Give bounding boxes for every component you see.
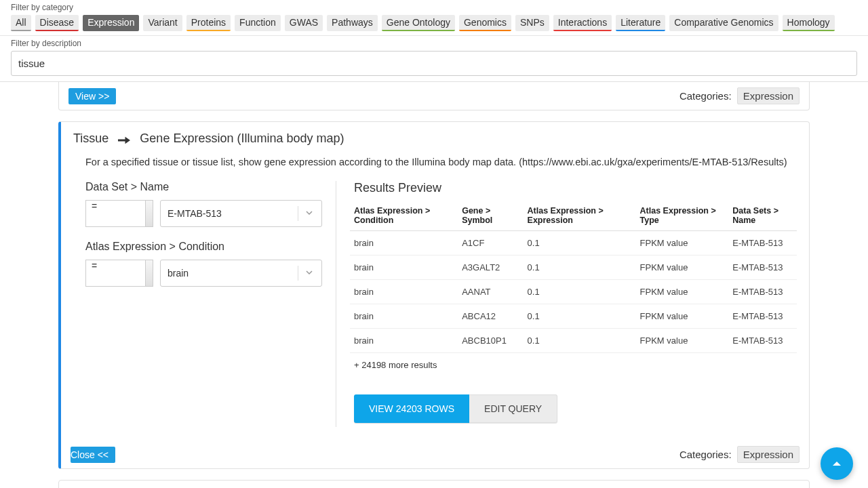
table-row: brainAANAT0.1FPKM valueE-MTAB-513	[350, 280, 797, 304]
table-row: brainA3GALT20.1FPKM valueE-MTAB-513	[350, 256, 797, 280]
table-cell: FPKM value	[636, 280, 729, 304]
category-tabs: AllDiseaseExpressionVariantProteinsFunct…	[0, 12, 868, 36]
chevron-down-icon: ▾	[148, 270, 151, 277]
result-card-expanded: Tissue Gene Expression (Illumina body ma…	[58, 121, 810, 469]
table-cell: 0.1	[524, 304, 636, 329]
table-cell: 0.1	[524, 280, 636, 304]
column-header: Data Sets > Name	[728, 201, 797, 231]
table-cell: E-MTAB-513	[728, 329, 797, 353]
table-cell: E-MTAB-513	[728, 304, 797, 329]
filter-by-category-label: Filter by category	[0, 0, 868, 12]
tab-snps[interactable]: SNPs	[515, 15, 549, 31]
query-filters: Data Set > Name = ▾ E-MTAB-513	[85, 181, 336, 427]
column-header: Atlas Expression > Type	[636, 201, 729, 231]
results-preview-title: Results Preview	[350, 181, 797, 195]
table-cell: AANAT	[458, 280, 523, 304]
filter1-operator-value: =	[92, 201, 97, 211]
categories-text: Categories:	[679, 90, 732, 102]
category-label-wrap: Categories: Expression	[679, 87, 800, 104]
table-row: brainA1CF0.1FPKM valueE-MTAB-513	[350, 231, 797, 256]
table-cell: A3GALT2	[458, 256, 523, 280]
table-cell: E-MTAB-513	[728, 256, 797, 280]
table-cell: 0.1	[524, 256, 636, 280]
filter1-label: Data Set > Name	[85, 181, 322, 193]
table-cell: FPKM value	[636, 231, 729, 256]
table-cell: FPKM value	[636, 304, 729, 329]
more-results-text: + 24198 more results	[350, 353, 797, 377]
table-cell: 0.1	[524, 231, 636, 256]
table-cell: FPKM value	[636, 256, 729, 280]
column-header: Gene > Symbol	[458, 201, 523, 231]
categories-text: Categories:	[679, 449, 732, 460]
filter1-operator-select[interactable]: = ▾	[85, 200, 153, 227]
filter2-value-select[interactable]: brain	[160, 260, 322, 287]
table-cell: brain	[350, 280, 458, 304]
card-title: Tissue Gene Expression (Illumina body ma…	[61, 122, 809, 148]
results-table: Atlas Expression > ConditionGene > Symbo…	[350, 201, 797, 353]
tab-gene-ontology[interactable]: Gene Ontology	[382, 15, 455, 31]
view-rows-button[interactable]: VIEW 24203 ROWS	[354, 394, 469, 423]
table-cell: ABCB10P1	[458, 329, 523, 353]
category-chip[interactable]: Expression	[737, 446, 800, 463]
table-cell: ABCA12	[458, 304, 523, 329]
tab-genomics[interactable]: Genomics	[459, 15, 511, 31]
table-cell: A1CF	[458, 231, 523, 256]
tab-literature[interactable]: Literature	[616, 15, 665, 31]
template-target: Gene Expression (Illumina body map)	[140, 131, 344, 146]
table-cell: brain	[350, 256, 458, 280]
filter2-label: Atlas Expression > Condition	[85, 241, 322, 253]
tab-homology[interactable]: Homology	[783, 15, 835, 31]
tab-all[interactable]: All	[11, 15, 31, 31]
results-preview: Results Preview Atlas Expression > Condi…	[350, 181, 797, 427]
table-cell: 0.1	[524, 329, 636, 353]
chevron-down-icon	[305, 268, 313, 279]
tab-comparative-genomics[interactable]: Comparative Genomics	[669, 15, 778, 31]
filter2-operator-select[interactable]: = ▾	[85, 260, 153, 287]
tab-function[interactable]: Function	[235, 15, 281, 31]
filter2-operator-value: =	[92, 260, 97, 271]
filter1-value-select[interactable]: E-MTAB-513	[160, 200, 322, 227]
table-row: brainABCB10P10.1FPKM valueE-MTAB-513	[350, 329, 797, 353]
tab-variant[interactable]: Variant	[143, 15, 182, 31]
chevron-up-icon	[831, 458, 843, 470]
category-chip[interactable]: Expression	[737, 87, 800, 104]
result-card-collapsed: View >> Categories: Expression	[58, 82, 810, 110]
description-filter-input[interactable]	[11, 51, 857, 76]
table-cell: brain	[350, 329, 458, 353]
view-button[interactable]: View >>	[68, 88, 116, 104]
tab-interactions[interactable]: Interactions	[553, 15, 612, 31]
template-subject: Tissue	[73, 131, 108, 146]
table-row: brainABCA120.1FPKM valueE-MTAB-513	[350, 304, 797, 329]
tab-pathways[interactable]: Pathways	[327, 15, 378, 31]
edit-query-button[interactable]: EDIT QUERY	[469, 394, 557, 423]
filter1-value: E-MTAB-513	[167, 208, 222, 219]
filter2-value: brain	[167, 268, 189, 279]
table-cell: E-MTAB-513	[728, 231, 797, 256]
tab-disease[interactable]: Disease	[35, 15, 79, 31]
column-header: Atlas Expression > Condition	[350, 201, 458, 231]
chevron-down-icon: ▾	[148, 210, 151, 217]
table-cell: brain	[350, 231, 458, 256]
chevron-down-icon	[305, 208, 313, 219]
scroll-to-top-button[interactable]	[821, 447, 853, 480]
arrow-right-icon	[118, 134, 130, 144]
category-label-wrap: Categories: Expression	[679, 446, 800, 463]
result-card-next: Gene(s) Tissue Expression (Protein Atlas…	[58, 480, 810, 488]
tab-expression[interactable]: Expression	[83, 15, 139, 31]
card-description: For a specified tissue or tissue list, s…	[61, 148, 809, 174]
table-cell: brain	[350, 304, 458, 329]
tab-gwas[interactable]: GWAS	[285, 15, 323, 31]
filter-by-description-label: Filter by description	[0, 36, 868, 48]
close-button[interactable]: Close <<	[71, 447, 115, 463]
table-cell: FPKM value	[636, 329, 729, 353]
tab-proteins[interactable]: Proteins	[186, 15, 231, 31]
table-cell: E-MTAB-513	[728, 280, 797, 304]
column-header: Atlas Expression > Expression	[524, 201, 636, 231]
